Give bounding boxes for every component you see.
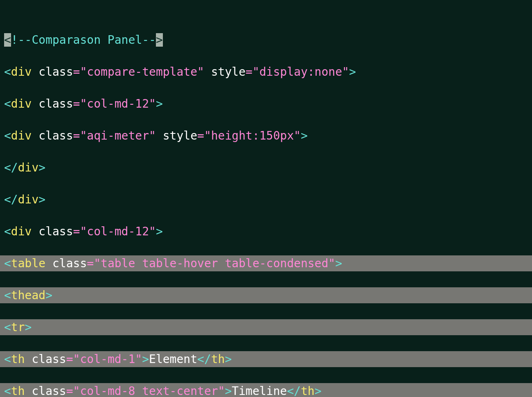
attr-value: "col-md-8 text-center" bbox=[73, 384, 225, 397]
attr-name: class bbox=[38, 97, 73, 111]
tag-name: th bbox=[211, 352, 225, 366]
attr-name: class bbox=[38, 225, 73, 238]
tag-name: div bbox=[18, 161, 39, 174]
attr-value: "col-md-12" bbox=[80, 97, 156, 111]
code-line[interactable]: <div class="compare-template" style="dis… bbox=[0, 64, 532, 80]
tag-name: th bbox=[11, 352, 25, 366]
attr-name: class bbox=[38, 65, 73, 79]
code-line[interactable]: </div> bbox=[0, 160, 532, 176]
attr-value: "aqi-meter" bbox=[80, 129, 156, 142]
code-line[interactable]: </div> bbox=[0, 192, 532, 208]
code-editor[interactable]: <!--Comparason Panel--> <div class="comp… bbox=[0, 0, 532, 397]
tag-name: div bbox=[11, 225, 32, 238]
code-line[interactable]: <div class="aqi-meter" style="height:150… bbox=[0, 128, 532, 144]
attr-value: "height:150px" bbox=[204, 129, 301, 142]
tag-name: div bbox=[11, 129, 32, 142]
attr-name: class bbox=[52, 257, 87, 270]
attr-name: class bbox=[32, 352, 66, 366]
attr-value: "compare-template" bbox=[80, 65, 204, 79]
attr-name: class bbox=[38, 129, 73, 142]
selection-start: < bbox=[4, 33, 11, 47]
tag-name: th bbox=[11, 384, 25, 397]
comment-text: Comparason Panel bbox=[32, 33, 142, 47]
tag-name: div bbox=[11, 65, 32, 79]
attr-value: "col-md-1" bbox=[73, 352, 142, 366]
tag-name: th bbox=[301, 384, 315, 397]
text-content: Timeline bbox=[232, 384, 287, 397]
attr-value: "col-md-12" bbox=[80, 225, 156, 238]
code-line[interactable]: <!--Comparason Panel--> bbox=[0, 32, 532, 48]
comment-open: !-- bbox=[11, 33, 32, 47]
tag-name: table bbox=[11, 257, 45, 270]
tag-name: tr bbox=[11, 320, 25, 334]
tag-name: div bbox=[11, 97, 32, 111]
code-line-selected[interactable]: <tr> bbox=[0, 319, 532, 335]
selection-end: > bbox=[156, 33, 163, 47]
attr-name: style bbox=[163, 129, 197, 142]
attr-value: "table table-hover table-condensed" bbox=[94, 257, 335, 270]
code-line-selected[interactable]: <th class="col-md-8 text-center">Timelin… bbox=[0, 383, 532, 397]
code-line[interactable]: <div class="col-md-12"> bbox=[0, 223, 532, 239]
comment-close: -- bbox=[142, 33, 156, 47]
attr-value: "display:none" bbox=[252, 65, 349, 79]
tag-name: thead bbox=[11, 289, 45, 302]
attr-name: class bbox=[32, 384, 66, 397]
attr-name: style bbox=[211, 65, 246, 79]
text-content: Element bbox=[149, 352, 197, 366]
tag-name: div bbox=[18, 193, 39, 206]
code-line-selected[interactable]: <table class="table table-hover table-co… bbox=[0, 255, 532, 271]
code-line-selected[interactable]: <thead> bbox=[0, 287, 532, 303]
code-line-selected[interactable]: <th class="col-md-1">Element</th> bbox=[0, 351, 532, 367]
code-line[interactable]: <div class="col-md-12"> bbox=[0, 96, 532, 112]
